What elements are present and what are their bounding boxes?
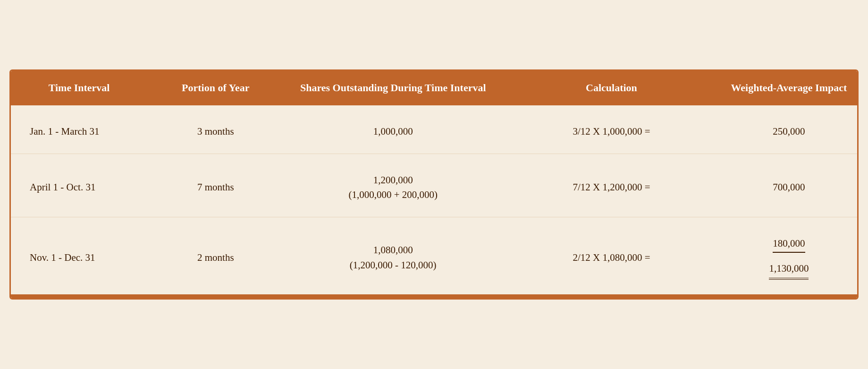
table-row: April 1 - Oct. 31 7 months 1,200,000 (1,… — [11, 154, 857, 217]
calculation-1: 3/12 X 1,000,000 = — [502, 120, 721, 144]
header-shares-outstanding: Shares Outstanding During Time Interval — [284, 71, 502, 105]
total-value: 1,130,000 — [769, 261, 809, 280]
shares-line1-3: 1,080,000 — [373, 243, 413, 258]
header-time-interval: Time Interval — [11, 71, 147, 105]
impact-2: 700,000 — [721, 168, 857, 207]
portion-of-year-1: 3 months — [147, 120, 284, 144]
header-calculation: Calculation — [502, 71, 721, 105]
header-weighted-average-impact: Weighted-Average Impact — [721, 71, 857, 105]
time-interval-2: April 1 - Oct. 31 — [11, 168, 147, 207]
impact-1: 250,000 — [721, 120, 857, 144]
shares-line2-2: (1,000,000 + 200,000) — [348, 188, 438, 203]
calculation-3: 2/12 X 1,080,000 = — [502, 232, 721, 284]
table-row: Jan. 1 - March 31 3 months 1,000,000 3/1… — [11, 105, 857, 154]
shares-outstanding-1: 1,000,000 — [284, 120, 502, 144]
shares-line1-1: 1,000,000 — [373, 124, 413, 139]
bottom-border — [11, 294, 857, 298]
shares-outstanding-2: 1,200,000 (1,000,000 + 200,000) — [284, 168, 502, 207]
impact-3-with-total: 180,000 1,130,000 — [721, 232, 857, 284]
table-body: Jan. 1 - March 31 3 months 1,000,000 3/1… — [11, 105, 857, 294]
table-row: Nov. 1 - Dec. 31 2 months 1,080,000 (1,2… — [11, 217, 857, 294]
shares-outstanding-3: 1,080,000 (1,200,000 - 120,000) — [284, 232, 502, 284]
shares-line1-2: 1,200,000 — [373, 173, 413, 188]
time-interval-3: Nov. 1 - Dec. 31 — [11, 232, 147, 284]
time-interval-1: Jan. 1 - March 31 — [11, 120, 147, 144]
weighted-average-table: Time Interval Portion of Year Shares Out… — [9, 69, 859, 299]
portion-of-year-2: 7 months — [147, 168, 284, 207]
shares-line2-3: (1,200,000 - 120,000) — [350, 258, 437, 273]
calculation-2: 7/12 X 1,200,000 = — [502, 168, 721, 207]
portion-of-year-3: 2 months — [147, 232, 284, 284]
table-header: Time Interval Portion of Year Shares Out… — [11, 71, 857, 105]
header-portion-of-year: Portion of Year — [147, 71, 284, 105]
impact-3: 180,000 — [773, 236, 805, 253]
